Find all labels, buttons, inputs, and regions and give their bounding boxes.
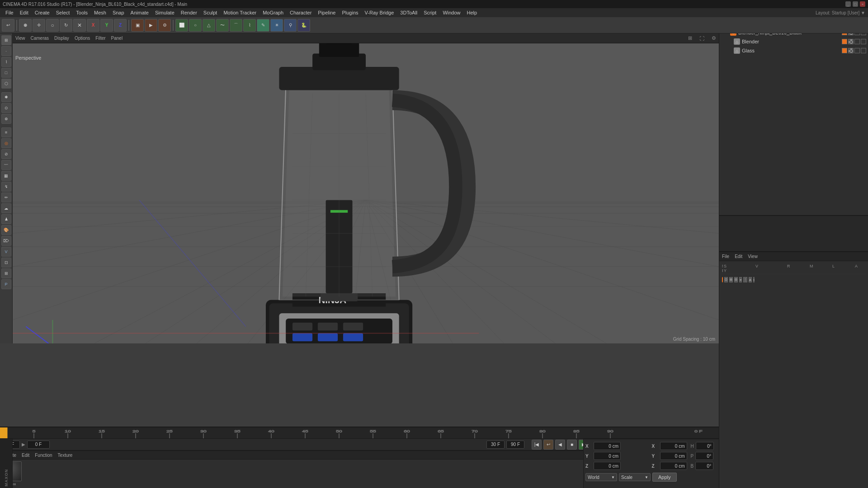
python2-btn[interactable]: P <box>1 279 11 289</box>
tweak-btn[interactable]: ✱ <box>1 92 11 102</box>
me-texture[interactable]: Texture <box>58 453 73 458</box>
sketch-btn[interactable]: ✏ <box>1 192 11 202</box>
vp-menu-cameras[interactable]: Cameras <box>31 36 49 41</box>
vis-icon-blender-1[interactable] <box>842 39 847 44</box>
vis-icon-blender-4[interactable] <box>861 39 866 44</box>
attr-v-icon[interactable]: ⊞ <box>729 277 733 282</box>
points-mode-btn[interactable]: · <box>1 46 11 56</box>
extra1-btn[interactable]: ⊡ <box>1 258 11 267</box>
axis-btn[interactable]: ⊕ <box>1 114 11 124</box>
menu-render[interactable]: Render <box>178 9 200 16</box>
coord-h-field[interactable]: 0° <box>696 442 714 450</box>
stop-btn[interactable]: ■ <box>567 440 577 450</box>
character2-btn[interactable]: ♟ <box>1 214 11 224</box>
render-settings-tool[interactable]: ⚙ <box>158 19 171 32</box>
attr-s-icon[interactable]: ⊡ <box>724 277 728 282</box>
nurbs-tool[interactable]: ⌒ <box>230 19 242 32</box>
snap-btn[interactable]: ⊙ <box>1 103 11 113</box>
dynamics-btn[interactable]: ↯ <box>1 182 11 192</box>
coord-p-field[interactable]: 0° <box>695 452 713 460</box>
vp-expand-btn[interactable]: ⊞ <box>688 35 692 41</box>
menu-motion-tracker[interactable]: Motion Tracker <box>221 9 259 16</box>
timeline[interactable]: 5 10 15 20 25 30 35 40 45 50 5 <box>0 427 719 438</box>
camera-tool[interactable]: ⚲ <box>284 19 297 32</box>
apply-button[interactable]: Apply <box>652 473 677 482</box>
x-axis-tool[interactable]: X <box>87 19 99 32</box>
live-select-tool[interactable]: ⊕ <box>19 19 32 32</box>
am-file[interactable]: File <box>722 254 729 259</box>
render-tool[interactable]: ▶ <box>145 19 157 32</box>
polys-mode-btn[interactable]: □ <box>1 68 11 78</box>
viewport[interactable]: View Cameras Display Options Filter Pane… <box>13 33 719 343</box>
vp-fullscreen-btn[interactable]: ⛶ <box>699 36 704 41</box>
vray-btn[interactable]: V <box>1 247 11 257</box>
vp-menu-options[interactable]: Options <box>75 36 90 41</box>
light-tool[interactable]: ☀ <box>270 19 283 32</box>
attr-row-blender-ninja[interactable]: Blender_Ninja_BL610_Black ⊡ ⊞ ⊟ ≡ ⋮ A G … <box>721 275 866 284</box>
edges-mode-btn[interactable]: ⌇ <box>1 57 11 67</box>
sculpt-btn[interactable]: ⊘ <box>1 149 11 159</box>
playhead[interactable] <box>0 427 4 438</box>
menu-snap[interactable]: Snap <box>110 9 127 16</box>
spline-tool[interactable]: 〜 <box>216 19 229 32</box>
cube-tool[interactable]: ⬜ <box>175 19 188 32</box>
prev-frame-btn[interactable]: ↩ <box>543 440 553 450</box>
menu-edit[interactable]: Edit <box>17 9 31 16</box>
vp-menu-display[interactable]: Display <box>54 36 69 41</box>
coord-y-field[interactable]: 0 cm <box>594 452 621 460</box>
attr-a-icon[interactable]: A <box>749 277 752 282</box>
menu-sculpt[interactable]: Sculpt <box>201 9 220 16</box>
mats-btn[interactable]: ◎ <box>1 138 11 148</box>
vp-menu-view[interactable]: View <box>15 36 25 41</box>
y-axis-tool[interactable]: Y <box>100 19 113 32</box>
world-dropdown[interactable]: World ▼ <box>585 473 617 481</box>
deformer-tool[interactable]: ⌇ <box>243 19 256 32</box>
vp-settings-btn[interactable]: ⚙ <box>712 35 716 41</box>
menu-help[interactable]: Help <box>464 9 480 16</box>
python-tool[interactable]: 🐍 <box>297 19 310 32</box>
play-reverse-btn[interactable]: ◀ <box>555 440 565 450</box>
vis-icon-glass-2[interactable] <box>848 48 854 53</box>
am-view[interactable]: View <box>748 254 758 259</box>
coord-x-field[interactable]: 0 cm <box>594 442 621 450</box>
menu-3dtoall[interactable]: 3DToAll <box>397 9 420 16</box>
z-axis-tool[interactable]: Z <box>114 19 127 32</box>
go-start-btn[interactable]: |◀ <box>532 440 542 450</box>
move-tool[interactable]: ✛ <box>33 19 45 32</box>
bodypaint-btn[interactable]: 🎨 <box>1 225 11 235</box>
mocca-btn[interactable]: ☁ <box>1 203 11 213</box>
attr-g-icon[interactable]: G <box>753 277 755 282</box>
rotate-tool[interactable]: ↻ <box>60 19 72 32</box>
mograph-btn[interactable]: ▦ <box>1 171 11 181</box>
attr-r-icon[interactable]: ⊟ <box>734 277 738 282</box>
menu-character[interactable]: Character <box>287 9 314 16</box>
menu-animate[interactable]: Animate <box>128 9 151 16</box>
menu-create[interactable]: Create <box>32 9 52 16</box>
window-controls[interactable]: _ □ × <box>845 1 865 7</box>
coord-z-field[interactable]: 0 cm <box>594 462 621 470</box>
minimize-button[interactable]: _ <box>845 1 851 7</box>
attr-m-icon[interactable]: ≡ <box>739 277 742 282</box>
menu-vray[interactable]: V-Ray Bridge <box>362 9 397 16</box>
current-frame-field[interactable]: 0 F <box>27 441 50 449</box>
am-edit[interactable]: Edit <box>735 254 742 259</box>
extra2-btn[interactable]: ⊞ <box>1 268 11 278</box>
coord-b-field[interactable]: 0° <box>695 462 713 470</box>
vis-icon-glass-4[interactable] <box>861 48 866 53</box>
menu-window[interactable]: Window <box>440 9 463 16</box>
object-tool[interactable]: ✕ <box>73 19 86 32</box>
me-edit[interactable]: Edit <box>22 453 29 458</box>
menu-simulate[interactable]: Simulate <box>152 9 177 16</box>
hair-btn[interactable]: 〰 <box>1 160 11 170</box>
menu-tools[interactable]: Tools <box>73 9 90 16</box>
end-frame-field[interactable]: 90 F <box>506 441 524 449</box>
menu-mograph[interactable]: MoGraph <box>260 9 286 16</box>
object-mode-btn[interactable]: ⬡ <box>1 79 11 89</box>
menu-mesh[interactable]: Mesh <box>91 9 109 16</box>
vis-icon-glass-1[interactable] <box>842 48 847 53</box>
attr-l-icon[interactable]: ⋮ <box>743 277 747 282</box>
select-mode-btn[interactable]: ⊞ <box>1 35 11 45</box>
menu-file[interactable]: File <box>3 9 16 16</box>
vis-icon-blender-3[interactable] <box>854 39 860 44</box>
menu-plugins[interactable]: Plugins <box>339 9 361 16</box>
